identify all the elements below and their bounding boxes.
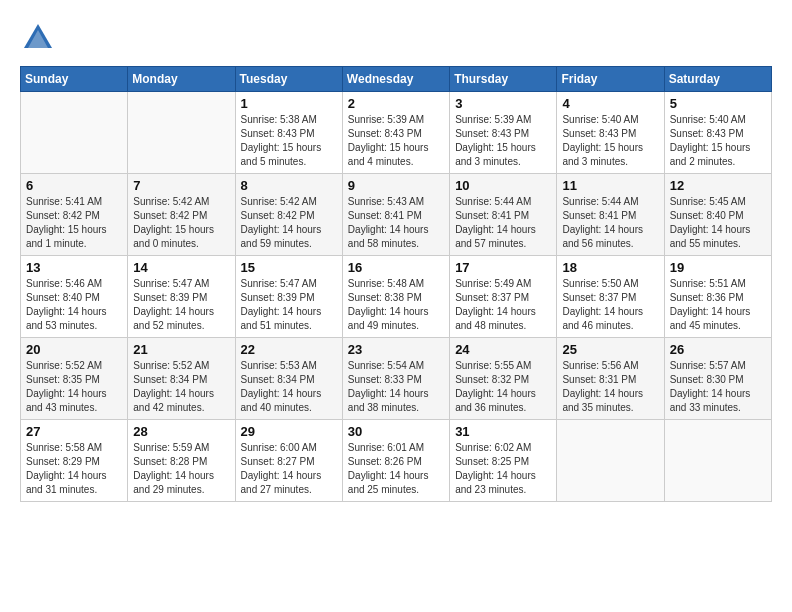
calendar-week-2: 13Sunrise: 5:46 AMSunset: 8:40 PMDayligh… [21,256,772,338]
day-number: 29 [241,424,337,439]
weekday-monday: Monday [128,67,235,92]
day-info: Sunrise: 6:00 AMSunset: 8:27 PMDaylight:… [241,441,337,497]
day-info: Sunrise: 5:41 AMSunset: 8:42 PMDaylight:… [26,195,122,251]
calendar-cell: 20Sunrise: 5:52 AMSunset: 8:35 PMDayligh… [21,338,128,420]
day-info: Sunrise: 5:48 AMSunset: 8:38 PMDaylight:… [348,277,444,333]
day-info: Sunrise: 5:54 AMSunset: 8:33 PMDaylight:… [348,359,444,415]
calendar-cell: 15Sunrise: 5:47 AMSunset: 8:39 PMDayligh… [235,256,342,338]
day-info: Sunrise: 5:56 AMSunset: 8:31 PMDaylight:… [562,359,658,415]
day-info: Sunrise: 5:44 AMSunset: 8:41 PMDaylight:… [455,195,551,251]
day-number: 7 [133,178,229,193]
day-info: Sunrise: 5:45 AMSunset: 8:40 PMDaylight:… [670,195,766,251]
weekday-tuesday: Tuesday [235,67,342,92]
calendar-cell: 31Sunrise: 6:02 AMSunset: 8:25 PMDayligh… [450,420,557,502]
calendar-cell: 25Sunrise: 5:56 AMSunset: 8:31 PMDayligh… [557,338,664,420]
day-info: Sunrise: 6:02 AMSunset: 8:25 PMDaylight:… [455,441,551,497]
day-info: Sunrise: 5:39 AMSunset: 8:43 PMDaylight:… [348,113,444,169]
calendar-cell: 14Sunrise: 5:47 AMSunset: 8:39 PMDayligh… [128,256,235,338]
calendar-cell: 21Sunrise: 5:52 AMSunset: 8:34 PMDayligh… [128,338,235,420]
calendar-cell: 9Sunrise: 5:43 AMSunset: 8:41 PMDaylight… [342,174,449,256]
day-number: 30 [348,424,444,439]
day-info: Sunrise: 5:57 AMSunset: 8:30 PMDaylight:… [670,359,766,415]
day-info: Sunrise: 5:40 AMSunset: 8:43 PMDaylight:… [562,113,658,169]
day-number: 20 [26,342,122,357]
day-number: 2 [348,96,444,111]
day-number: 9 [348,178,444,193]
calendar-cell [128,92,235,174]
day-number: 21 [133,342,229,357]
day-number: 31 [455,424,551,439]
calendar-cell: 4Sunrise: 5:40 AMSunset: 8:43 PMDaylight… [557,92,664,174]
calendar-cell: 8Sunrise: 5:42 AMSunset: 8:42 PMDaylight… [235,174,342,256]
calendar-cell: 2Sunrise: 5:39 AMSunset: 8:43 PMDaylight… [342,92,449,174]
day-info: Sunrise: 5:46 AMSunset: 8:40 PMDaylight:… [26,277,122,333]
day-info: Sunrise: 5:42 AMSunset: 8:42 PMDaylight:… [133,195,229,251]
day-info: Sunrise: 6:01 AMSunset: 8:26 PMDaylight:… [348,441,444,497]
day-info: Sunrise: 5:50 AMSunset: 8:37 PMDaylight:… [562,277,658,333]
calendar-cell: 29Sunrise: 6:00 AMSunset: 8:27 PMDayligh… [235,420,342,502]
logo [20,20,62,56]
calendar-cell: 6Sunrise: 5:41 AMSunset: 8:42 PMDaylight… [21,174,128,256]
day-info: Sunrise: 5:52 AMSunset: 8:34 PMDaylight:… [133,359,229,415]
calendar-cell: 30Sunrise: 6:01 AMSunset: 8:26 PMDayligh… [342,420,449,502]
day-info: Sunrise: 5:43 AMSunset: 8:41 PMDaylight:… [348,195,444,251]
weekday-saturday: Saturday [664,67,771,92]
day-info: Sunrise: 5:47 AMSunset: 8:39 PMDaylight:… [241,277,337,333]
calendar-cell: 28Sunrise: 5:59 AMSunset: 8:28 PMDayligh… [128,420,235,502]
calendar-week-1: 6Sunrise: 5:41 AMSunset: 8:42 PMDaylight… [21,174,772,256]
calendar-cell: 19Sunrise: 5:51 AMSunset: 8:36 PMDayligh… [664,256,771,338]
day-info: Sunrise: 5:51 AMSunset: 8:36 PMDaylight:… [670,277,766,333]
calendar-cell [21,92,128,174]
day-info: Sunrise: 5:53 AMSunset: 8:34 PMDaylight:… [241,359,337,415]
day-number: 19 [670,260,766,275]
calendar-cell [664,420,771,502]
day-info: Sunrise: 5:38 AMSunset: 8:43 PMDaylight:… [241,113,337,169]
day-info: Sunrise: 5:42 AMSunset: 8:42 PMDaylight:… [241,195,337,251]
day-info: Sunrise: 5:49 AMSunset: 8:37 PMDaylight:… [455,277,551,333]
calendar-cell: 5Sunrise: 5:40 AMSunset: 8:43 PMDaylight… [664,92,771,174]
calendar-cell: 27Sunrise: 5:58 AMSunset: 8:29 PMDayligh… [21,420,128,502]
calendar-cell: 1Sunrise: 5:38 AMSunset: 8:43 PMDaylight… [235,92,342,174]
calendar-cell: 17Sunrise: 5:49 AMSunset: 8:37 PMDayligh… [450,256,557,338]
calendar-cell [557,420,664,502]
day-number: 27 [26,424,122,439]
calendar-week-3: 20Sunrise: 5:52 AMSunset: 8:35 PMDayligh… [21,338,772,420]
logo-icon [20,20,56,56]
calendar-cell: 23Sunrise: 5:54 AMSunset: 8:33 PMDayligh… [342,338,449,420]
calendar-cell: 22Sunrise: 5:53 AMSunset: 8:34 PMDayligh… [235,338,342,420]
day-number: 13 [26,260,122,275]
day-info: Sunrise: 5:58 AMSunset: 8:29 PMDaylight:… [26,441,122,497]
weekday-sunday: Sunday [21,67,128,92]
day-number: 6 [26,178,122,193]
page-header [20,20,772,56]
calendar-cell: 13Sunrise: 5:46 AMSunset: 8:40 PMDayligh… [21,256,128,338]
calendar-cell: 24Sunrise: 5:55 AMSunset: 8:32 PMDayligh… [450,338,557,420]
weekday-friday: Friday [557,67,664,92]
calendar-cell: 26Sunrise: 5:57 AMSunset: 8:30 PMDayligh… [664,338,771,420]
calendar-cell: 11Sunrise: 5:44 AMSunset: 8:41 PMDayligh… [557,174,664,256]
day-number: 23 [348,342,444,357]
day-number: 10 [455,178,551,193]
day-info: Sunrise: 5:39 AMSunset: 8:43 PMDaylight:… [455,113,551,169]
day-number: 15 [241,260,337,275]
weekday-wednesday: Wednesday [342,67,449,92]
calendar-cell: 12Sunrise: 5:45 AMSunset: 8:40 PMDayligh… [664,174,771,256]
calendar-body: 1Sunrise: 5:38 AMSunset: 8:43 PMDaylight… [21,92,772,502]
calendar-cell: 16Sunrise: 5:48 AMSunset: 8:38 PMDayligh… [342,256,449,338]
weekday-thursday: Thursday [450,67,557,92]
day-number: 26 [670,342,766,357]
day-number: 25 [562,342,658,357]
calendar-week-4: 27Sunrise: 5:58 AMSunset: 8:29 PMDayligh… [21,420,772,502]
weekday-header-row: SundayMondayTuesdayWednesdayThursdayFrid… [21,67,772,92]
day-number: 18 [562,260,658,275]
day-number: 12 [670,178,766,193]
calendar-table: SundayMondayTuesdayWednesdayThursdayFrid… [20,66,772,502]
day-info: Sunrise: 5:52 AMSunset: 8:35 PMDaylight:… [26,359,122,415]
day-number: 3 [455,96,551,111]
day-info: Sunrise: 5:59 AMSunset: 8:28 PMDaylight:… [133,441,229,497]
calendar-cell: 10Sunrise: 5:44 AMSunset: 8:41 PMDayligh… [450,174,557,256]
calendar-cell: 3Sunrise: 5:39 AMSunset: 8:43 PMDaylight… [450,92,557,174]
day-number: 22 [241,342,337,357]
day-number: 1 [241,96,337,111]
day-info: Sunrise: 5:40 AMSunset: 8:43 PMDaylight:… [670,113,766,169]
